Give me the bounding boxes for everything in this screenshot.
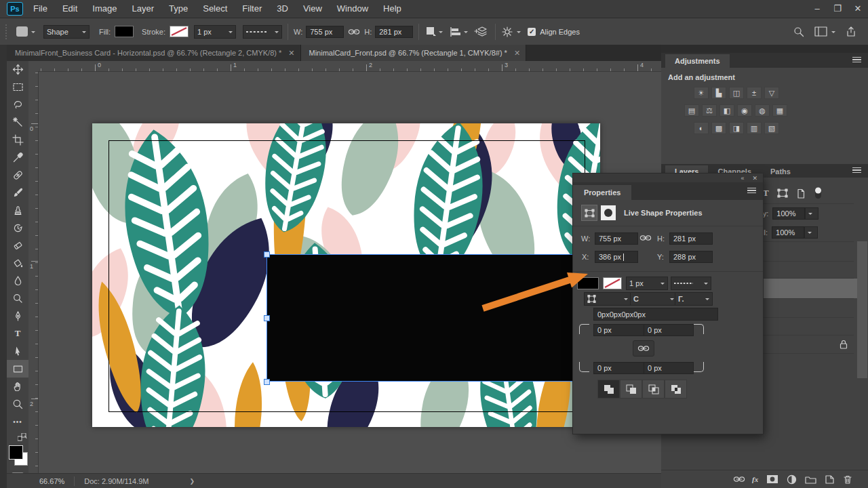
panel-menu-icon[interactable]: [852, 166, 861, 175]
link-radii-button[interactable]: [633, 340, 654, 357]
menu-select[interactable]: Select: [195, 0, 235, 18]
shape-stroke-swatch[interactable]: [603, 277, 622, 289]
layer-style-icon[interactable]: fx: [752, 475, 758, 483]
stroke-type-select[interactable]: [671, 277, 711, 290]
new-layer-icon[interactable]: [825, 474, 835, 484]
transform-handle-top-left[interactable]: [264, 251, 270, 258]
pathop-exclude-button[interactable]: [665, 380, 687, 399]
close-tab-icon[interactable]: ✕: [514, 49, 520, 58]
filter-adjustment-icon[interactable]: [814, 187, 823, 199]
panel-menu-icon[interactable]: [852, 56, 861, 64]
shape-height-field[interactable]: 281 px: [375, 26, 413, 38]
shape-h-field[interactable]: 281 px: [669, 232, 713, 245]
fill-dropdown[interactable]: [804, 226, 818, 239]
workspace-icon[interactable]: [814, 26, 828, 37]
link-dimensions-icon[interactable]: [348, 28, 360, 35]
menu-3d[interactable]: 3D: [269, 0, 296, 18]
stroke-width-select[interactable]: 1 px: [626, 277, 668, 290]
menu-filter[interactable]: Filter: [235, 0, 269, 18]
posterize-icon[interactable]: ▩: [711, 122, 726, 134]
tab-paths[interactable]: Paths: [761, 165, 800, 178]
menu-file[interactable]: File: [26, 0, 55, 18]
tool-crop[interactable]: [7, 131, 28, 148]
mask-properties-icon[interactable]: [601, 205, 616, 220]
menu-layer[interactable]: Layer: [125, 0, 162, 18]
close-button[interactable]: ✕: [848, 0, 868, 18]
threshold-icon[interactable]: ◨: [729, 122, 744, 134]
radius-bottom-left-field[interactable]: 0 px: [593, 362, 645, 374]
menu-edit[interactable]: Edit: [55, 0, 85, 18]
gear-icon[interactable]: [501, 26, 513, 38]
collapse-panel-icon[interactable]: «: [741, 175, 744, 182]
add-mask-icon[interactable]: [766, 474, 778, 484]
tool-rectangular-marquee[interactable]: [7, 78, 28, 96]
close-tab-icon[interactable]: ✕: [288, 49, 294, 58]
tab-adjustments[interactable]: Adjustments: [665, 54, 730, 68]
tool-magic-wand[interactable]: [7, 113, 28, 131]
fill-value[interactable]: 100%: [772, 226, 804, 239]
search-icon[interactable]: [793, 26, 805, 38]
stroke-width-select[interactable]: 1 px: [194, 25, 236, 39]
foreground-color-swatch[interactable]: [9, 445, 23, 460]
stroke-cap-select[interactable]: C: [630, 292, 677, 306]
stroke-details-field[interactable]: 0px0px0px0px: [593, 308, 718, 321]
pathop-intersect-button[interactable]: [642, 380, 665, 399]
shape-x-field[interactable]: 386 px: [595, 251, 638, 263]
shape-y-field[interactable]: 288 px: [669, 251, 713, 263]
menu-view[interactable]: View: [296, 0, 330, 18]
menu-window[interactable]: Window: [330, 0, 376, 18]
menu-type[interactable]: Type: [161, 0, 195, 18]
transform-handle-bottom-left[interactable]: [264, 379, 270, 385]
tool-blur[interactable]: [7, 272, 28, 289]
document-tab-active[interactable]: MinimalCard_Front.psd @ 66.7% (Rectangle…: [301, 45, 527, 61]
gradient-map-icon[interactable]: ▥: [747, 122, 762, 134]
chevron-down-icon[interactable]: [831, 31, 835, 35]
tool-brush[interactable]: [7, 184, 28, 201]
status-expand-icon[interactable]: ❯: [190, 478, 195, 485]
filter-shape-icon[interactable]: [777, 188, 788, 198]
exposure-icon[interactable]: ±: [747, 87, 762, 99]
shape-width-field[interactable]: 755 px: [306, 26, 344, 38]
radius-top-left-field[interactable]: 0 px: [593, 324, 645, 336]
chevron-down-icon[interactable]: [31, 31, 35, 35]
pathop-subtract-button[interactable]: [620, 380, 642, 399]
share-icon[interactable]: [845, 26, 857, 38]
tool-paint-bucket[interactable]: [7, 254, 28, 272]
invert-icon[interactable]: ◐: [694, 122, 709, 134]
panel-menu-icon[interactable]: [747, 186, 756, 195]
path-alignment-icon[interactable]: [450, 26, 463, 38]
transform-handle-middle-left[interactable]: [264, 315, 270, 321]
live-shape-icon[interactable]: [581, 205, 597, 221]
tool-mode-select[interactable]: Shape: [43, 25, 90, 39]
tool-zoom[interactable]: [7, 395, 28, 413]
tool-pen[interactable]: [7, 307, 28, 325]
filter-type-icon[interactable]: T: [763, 188, 769, 199]
stroke-type-select[interactable]: [243, 25, 282, 39]
vibrance-icon[interactable]: ▽: [764, 87, 779, 99]
link-layers-icon[interactable]: [733, 476, 745, 483]
tool-history-brush[interactable]: [7, 219, 28, 237]
tool-spot-healing-brush[interactable]: [7, 166, 28, 184]
tool-clone-stamp[interactable]: [7, 201, 28, 219]
opacity-value[interactable]: 100%: [772, 207, 805, 220]
tool-eraser[interactable]: [7, 237, 28, 254]
opacity-dropdown[interactable]: [805, 207, 818, 220]
ruler-origin[interactable]: [28, 61, 39, 72]
path-operations-icon[interactable]: [425, 26, 438, 38]
channel-mixer-icon[interactable]: ◍: [755, 104, 770, 117]
tool-eyedropper[interactable]: [7, 148, 28, 166]
link-wh-icon[interactable]: [639, 235, 652, 241]
align-edges-checkbox[interactable]: ✓: [528, 28, 536, 36]
tool-preset-icon[interactable]: [16, 26, 28, 37]
pathop-unite-button[interactable]: [597, 380, 620, 399]
radius-bottom-right-field[interactable]: 0 px: [644, 362, 694, 374]
stroke-color-swatch[interactable]: [170, 26, 189, 37]
zoom-level[interactable]: 66.67%: [39, 477, 64, 485]
tool-move[interactable]: [7, 60, 28, 78]
stroke-corner-select[interactable]: Γ.: [675, 292, 713, 306]
tab-properties[interactable]: Properties: [573, 185, 631, 200]
menu-help[interactable]: Help: [376, 0, 409, 18]
filter-pixel-layer-icon[interactable]: [796, 188, 806, 199]
minimize-button[interactable]: –: [807, 0, 827, 18]
tool-rectangle[interactable]: [7, 360, 28, 378]
